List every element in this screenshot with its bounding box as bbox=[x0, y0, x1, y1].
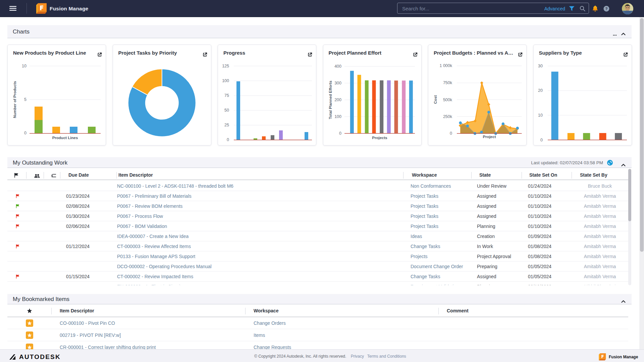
svg-text:Total Planned Efforts: Total Planned Efforts bbox=[328, 81, 332, 119]
svg-text:0: 0 bbox=[24, 131, 26, 135]
svg-text:?: ? bbox=[605, 7, 607, 11]
svg-text:125: 125 bbox=[222, 64, 229, 68]
svg-text:5: 5 bbox=[24, 97, 26, 102]
svg-text:Product Lines: Product Lines bbox=[52, 136, 78, 140]
svg-text:1 000k: 1 000k bbox=[439, 63, 452, 68]
svg-text:500k: 500k bbox=[443, 98, 452, 102]
svg-text:Cost: Cost bbox=[433, 95, 437, 104]
svg-text:100: 100 bbox=[334, 114, 341, 119]
svg-text:20: 20 bbox=[538, 88, 543, 93]
svg-text:100: 100 bbox=[222, 78, 229, 83]
svg-text:400: 400 bbox=[334, 64, 341, 69]
svg-text:0: 0 bbox=[339, 131, 341, 136]
svg-text:25: 25 bbox=[224, 123, 229, 127]
svg-text:Number of Products: Number of Products bbox=[13, 81, 17, 118]
svg-text:75: 75 bbox=[224, 93, 229, 98]
svg-text:200: 200 bbox=[334, 98, 341, 102]
svg-text:10: 10 bbox=[538, 113, 543, 118]
svg-text:300: 300 bbox=[334, 81, 341, 85]
svg-text:0: 0 bbox=[540, 138, 543, 142]
svg-text:10: 10 bbox=[22, 64, 26, 68]
svg-text:Projects: Projects bbox=[372, 136, 387, 140]
svg-text:50: 50 bbox=[224, 108, 229, 113]
svg-text:0: 0 bbox=[450, 131, 452, 136]
svg-text:0: 0 bbox=[227, 137, 229, 142]
svg-text:30: 30 bbox=[538, 64, 543, 68]
svg-text:750k: 750k bbox=[443, 80, 452, 85]
svg-text:250k: 250k bbox=[443, 114, 452, 119]
svg-text:Project: Project bbox=[483, 135, 496, 139]
